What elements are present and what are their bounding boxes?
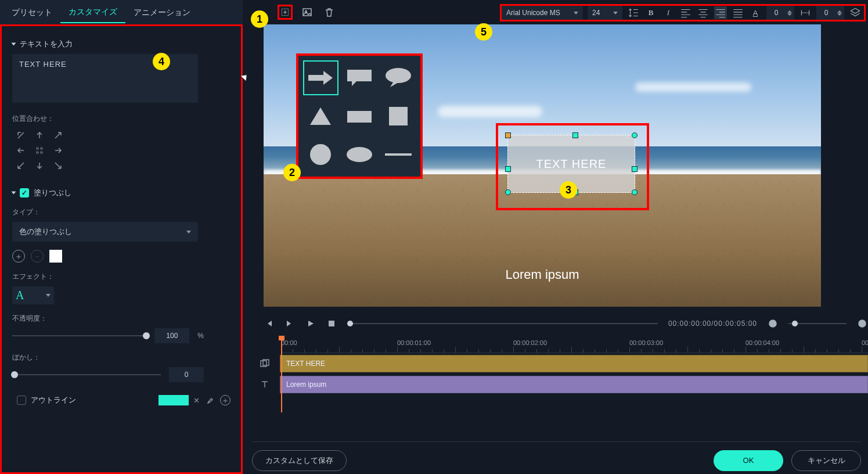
playhead[interactable] bbox=[281, 337, 282, 412]
align-right[interactable] bbox=[49, 143, 67, 157]
align-top-right[interactable] bbox=[49, 128, 67, 142]
section-outline-label: アウトライン bbox=[31, 395, 76, 405]
blur-slider-thumb[interactable] bbox=[11, 371, 18, 378]
tab-customize[interactable]: カスタマイズ bbox=[60, 1, 125, 23]
outline-color-chip[interactable] bbox=[159, 395, 189, 405]
add-shape-button[interactable] bbox=[278, 5, 293, 20]
prev-frame-button[interactable] bbox=[264, 318, 274, 329]
line-spacing-button[interactable] bbox=[627, 6, 640, 19]
play-button[interactable] bbox=[305, 318, 316, 329]
shape-speech-oval[interactable] bbox=[380, 60, 416, 95]
add-image-button[interactable] bbox=[300, 5, 315, 20]
zoom-in-button[interactable] bbox=[857, 318, 867, 329]
subtitle-text[interactable]: Lorem ipsum bbox=[264, 267, 821, 282]
effect-select[interactable]: A bbox=[12, 286, 54, 304]
align-bottom-right[interactable] bbox=[49, 159, 67, 173]
delete-button[interactable] bbox=[322, 5, 337, 20]
stepper-down-icon[interactable] bbox=[837, 13, 842, 16]
ok-button[interactable]: OK bbox=[714, 450, 783, 471]
align-left[interactable] bbox=[12, 143, 30, 157]
line-spacing-stepper[interactable]: 0 bbox=[816, 6, 844, 20]
track-icon-text[interactable] bbox=[252, 379, 278, 390]
shape-square[interactable] bbox=[380, 99, 416, 134]
fill-color-swatch[interactable] bbox=[49, 250, 62, 263]
stepper-down-icon[interactable] bbox=[787, 13, 792, 16]
section-fill[interactable]: ✓ 塗りつぶし bbox=[12, 188, 230, 198]
stepper-up-icon[interactable] bbox=[787, 10, 792, 13]
align-bottom-left[interactable] bbox=[12, 159, 30, 173]
bold-button[interactable]: B bbox=[644, 6, 657, 19]
fill-type-select[interactable]: 色の塗りつぶし bbox=[12, 222, 198, 242]
shape-triangle[interactable] bbox=[303, 99, 338, 134]
opacity-unit: % bbox=[197, 332, 204, 340]
opacity-slider-thumb[interactable] bbox=[143, 332, 150, 339]
cancel-button[interactable]: キャンセル bbox=[791, 450, 861, 471]
align-top[interactable] bbox=[31, 128, 48, 142]
outline-enabled-checkbox[interactable] bbox=[17, 396, 26, 405]
brush-icon[interactable] bbox=[206, 396, 215, 405]
blur-slider[interactable] bbox=[12, 374, 161, 375]
font-size-select[interactable]: 24 bbox=[588, 6, 622, 20]
blur-value[interactable]: 0 bbox=[169, 367, 204, 382]
char-spacing-stepper[interactable]: 0 bbox=[766, 6, 794, 20]
letter-width-button[interactable] bbox=[799, 6, 812, 19]
seek-thumb[interactable] bbox=[347, 321, 353, 326]
resize-handle[interactable] bbox=[632, 189, 638, 195]
resize-handle[interactable] bbox=[632, 166, 638, 172]
stop-button[interactable] bbox=[326, 318, 337, 329]
shape-line[interactable] bbox=[380, 137, 416, 172]
timeline: 00:00 00:00:01:00 00:00:02:00 00:00:03:0… bbox=[252, 337, 868, 430]
add-color-button[interactable]: ＋ bbox=[12, 250, 25, 263]
save-as-custom-button[interactable]: カスタムとして保存 bbox=[252, 450, 347, 471]
zoom-slider[interactable] bbox=[788, 323, 847, 324]
timecode: 00:00:00:00/00:00:05:00 bbox=[668, 319, 757, 328]
shapes-palette bbox=[296, 53, 423, 179]
timeline-clip-text[interactable]: TEXT HERE bbox=[280, 355, 868, 372]
resize-handle[interactable] bbox=[505, 166, 511, 172]
ruler-mark: 00:00:04:00 bbox=[745, 339, 779, 346]
fill-enabled-checkbox[interactable]: ✓ bbox=[20, 188, 29, 198]
resize-handle[interactable] bbox=[505, 132, 511, 138]
stepper-up-icon[interactable] bbox=[837, 10, 842, 13]
text-color-button[interactable]: A bbox=[749, 6, 762, 19]
align-right-button[interactable] bbox=[714, 6, 727, 19]
timeline-clip-subtitle[interactable]: Lorem ipsum bbox=[280, 376, 868, 393]
blur-label: ぼかし： bbox=[12, 353, 230, 362]
shape-arrow[interactable] bbox=[303, 60, 338, 95]
remove-color-button[interactable]: － bbox=[31, 250, 44, 263]
align-center-button[interactable] bbox=[697, 6, 709, 19]
ruler-mark: 00:00:05:0 bbox=[862, 339, 868, 346]
seek-bar[interactable] bbox=[347, 323, 658, 324]
tab-animation[interactable]: アニメーション bbox=[125, 2, 199, 23]
align-justify-button[interactable] bbox=[732, 6, 744, 19]
align-top-left[interactable] bbox=[12, 128, 30, 142]
next-frame-button[interactable] bbox=[284, 318, 295, 329]
close-icon[interactable]: ✕ bbox=[193, 396, 201, 404]
align-left-button[interactable] bbox=[679, 6, 692, 19]
track-icon-overlay[interactable] bbox=[252, 358, 278, 369]
zoom-out-button[interactable] bbox=[768, 318, 778, 329]
zoom-thumb[interactable] bbox=[792, 321, 798, 326]
italic-button[interactable]: I bbox=[662, 6, 675, 19]
shape-rect-wide[interactable] bbox=[342, 99, 377, 134]
shape-speech-rect[interactable] bbox=[342, 60, 377, 95]
preview-canvas[interactable]: Lorem ipsum TEXT HERE 3 2 bbox=[264, 24, 821, 307]
section-text-input[interactable]: テキストを入力 bbox=[12, 39, 230, 49]
font-family-select[interactable]: Arial Unicode MS bbox=[502, 6, 583, 20]
resize-handle[interactable] bbox=[632, 132, 638, 138]
timeline-ruler[interactable]: 00:00 00:00:01:00 00:00:02:00 00:00:03:0… bbox=[281, 337, 868, 353]
resize-handle[interactable] bbox=[505, 189, 511, 195]
add-outline-button[interactable]: ＋ bbox=[220, 395, 230, 405]
align-bottom[interactable] bbox=[31, 159, 48, 173]
chevron-down-icon bbox=[186, 231, 191, 234]
shape-circle[interactable] bbox=[303, 137, 338, 172]
resize-handle[interactable] bbox=[572, 132, 578, 138]
tab-preset[interactable]: プリセット bbox=[3, 2, 60, 23]
layers-button[interactable] bbox=[849, 6, 862, 19]
shape-ellipse[interactable] bbox=[342, 137, 377, 172]
opacity-slider[interactable] bbox=[12, 335, 146, 336]
text-content-field[interactable] bbox=[12, 54, 198, 103]
align-center[interactable] bbox=[31, 143, 48, 157]
font-size-value: 24 bbox=[592, 9, 600, 17]
opacity-value[interactable]: 100 bbox=[154, 328, 189, 343]
